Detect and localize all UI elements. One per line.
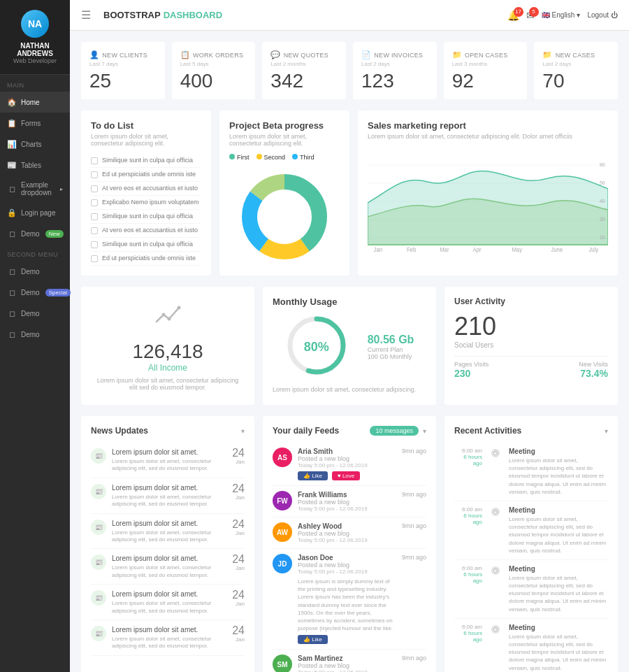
logout-icon: ⏻	[611, 11, 618, 19]
top-navbar: ☰ BOOTSTRAPDASHBOARD 🔔17 ✉5 🇬🇧 English ▾…	[70, 0, 629, 31]
project-beta-card: Project Beta progress Lorem ipsum dolor …	[219, 110, 349, 276]
recent-desc: Lorem ipsum dolor sit amet, consectetur …	[509, 457, 608, 496]
notification-bell-button[interactable]: 🔔17	[507, 10, 519, 21]
sidebar-item-demo2[interactable]: ◻Demo	[0, 303, 70, 324]
activity-count: 210	[454, 312, 608, 341]
logout-button[interactable]: Logout ⏻	[587, 11, 618, 19]
news-item: 📰 Lorem ipsum dolor sit amet. Lorem ipsu…	[91, 514, 245, 550]
sidebar-item-demo3[interactable]: ◻Demo	[0, 324, 70, 345]
stat-open-cases: 📁OPEN CASES Last 3 months 92	[444, 42, 528, 99]
sidebar: NA NATHAN ANDREWS Web Developer MAIN 🏠Ho…	[0, 0, 70, 672]
brand-bootstrap: BOOTSTRAP	[103, 10, 161, 20]
svg-text:30: 30	[600, 215, 605, 222]
recent-time-ago: 6 hours ago	[454, 571, 482, 584]
brand: BOOTSTRAPDASHBOARD	[103, 10, 222, 20]
sidebar-item-tables[interactable]: 📰Tables	[0, 155, 70, 176]
feeds-title: Your daily Feeds	[273, 426, 339, 436]
income-value: 126,418	[132, 341, 203, 363]
language-selector[interactable]: 🇬🇧 English ▾	[542, 11, 581, 19]
sidebar-item-label: Tables	[21, 162, 41, 169]
sidebar-item-example-dropdown[interactable]: ◻Example dropdown▸	[0, 176, 70, 202]
feed-item: AW Ashley Wood Posted a new blog Today 5…	[273, 517, 426, 549]
usage-total: 100 Gb Monthly	[368, 353, 412, 360]
recent-collapse-button[interactable]: ▾	[605, 427, 608, 435]
logout-label: Logout	[587, 11, 609, 19]
svg-text:20: 20	[600, 234, 605, 241]
invoices-icon: 📄	[361, 50, 371, 59]
demo2-icon: ◻	[7, 308, 17, 318]
todo-checkbox[interactable]	[91, 185, 98, 192]
demo-icon: ◻	[7, 229, 17, 238]
bottom-section: News Updates ▾ 📰 Lorem ipsum dolor sit a…	[81, 416, 618, 672]
main-area: ☰ BOOTSTRAPDASHBOARD 🔔17 ✉5 🇬🇧 English ▾…	[70, 0, 629, 672]
pages-visits-label: Pages Visits	[454, 361, 489, 368]
sidebar-item-forms[interactable]: 📋Forms	[0, 113, 70, 134]
heart-button[interactable]: ♥ Love	[332, 471, 360, 480]
workorders-icon: 📋	[180, 50, 190, 59]
demo-special-icon: ◻	[7, 287, 17, 297]
todo-checkbox[interactable]	[91, 241, 98, 248]
stats-row: 👤NEW CLIENTS Last 7 days 25 📋WORK ORDERS…	[81, 42, 618, 99]
feed-avatar: AS	[273, 448, 292, 467]
todo-item: Ed ut perspiciatis unde omnis iste	[91, 252, 201, 266]
feed-item: AS Aria Smith Posted a new blog Today 5:…	[273, 443, 426, 486]
hamburger-icon[interactable]: ☰	[81, 8, 91, 22]
quotes-icon: 💬	[270, 50, 280, 59]
news-collapse-button[interactable]: ▾	[241, 427, 245, 435]
like-button[interactable]: 👍 Like	[298, 635, 328, 644]
feeds-badge[interactable]: 10 messages	[370, 426, 419, 436]
todo-checkbox[interactable]	[91, 157, 98, 164]
todo-item: Ed ut perspiciatis unde omnis iste	[91, 168, 201, 182]
news-icon: 📰	[91, 590, 106, 606]
todo-checkbox[interactable]	[91, 199, 98, 206]
todo-checkbox[interactable]	[91, 171, 98, 178]
clock-icon	[493, 509, 498, 515]
todo-card: To do List Lorem ipsum dolor sit amet, c…	[81, 110, 211, 276]
recent-item: 6:00 am 6 hours ago Meeting Lorem ipsum …	[454, 443, 608, 501]
tables-icon: 📰	[7, 160, 17, 170]
news-icon: 📰	[91, 555, 106, 570]
sidebar-item-demo1[interactable]: ◻Demo	[0, 261, 70, 282]
sales-subtitle: Lorem ipsum dolor sit amet, consectetur …	[368, 133, 608, 140]
sidebar-item-home[interactable]: 🏠Home	[0, 92, 70, 113]
todo-checkbox[interactable]	[91, 227, 98, 234]
sidebar-item-demo-new[interactable]: ◻DemoNew	[0, 223, 70, 244]
stat-new-invoices: 📄NEW INVOICES Last 2 days 123	[353, 42, 437, 99]
income-card: 126,418 All Income Lorem ipsum dolor sit…	[81, 287, 254, 405]
feeds-collapse-button[interactable]: ▾	[423, 427, 426, 435]
pages-visits-value: 230	[454, 368, 489, 379]
like-button[interactable]: 👍 Like	[298, 471, 328, 480]
sidebar-item-label: Demo	[21, 268, 40, 276]
news-item: 📰 Lorem ipsum dolor sit amet. Lorem ipsu…	[91, 585, 245, 620]
new-visits-label: New Visits	[579, 361, 608, 368]
feed-name: Sam Martinez	[298, 655, 396, 662]
activity-title: User Activity	[454, 296, 608, 306]
recent-time: 6:00 am	[454, 624, 482, 630]
sidebar-item-demo-special[interactable]: ◻DemoSpecial	[0, 282, 70, 303]
feed-time: 9mn ago	[402, 448, 426, 480]
legend-second: Second	[256, 154, 286, 161]
news-header: News Updates ▾	[91, 426, 245, 436]
recent-time-ago: 6 hours ago	[454, 454, 482, 466]
new-visits-value: 73.4%	[579, 368, 608, 379]
todo-item: At vero eos et accusantius et iusto	[91, 224, 201, 238]
stat-new-clients: 👤NEW CLIENTS Last 7 days 25	[81, 42, 165, 99]
svg-text:50: 50	[600, 179, 605, 186]
todo-checkbox[interactable]	[91, 213, 98, 220]
recent-event: Meeting	[509, 624, 608, 631]
recent-item: 6:00 am 6 hours ago Meeting Lorem ipsum …	[454, 560, 608, 619]
message-button[interactable]: ✉5	[526, 10, 535, 21]
todo-checkbox[interactable]	[91, 255, 98, 262]
mid-section: To do List Lorem ipsum dolor sit amet, c…	[81, 110, 618, 276]
feed-time: 9mn ago	[402, 491, 426, 512]
feed-time: 9mn ago	[402, 655, 426, 672]
sidebar-username: NATHAN ANDREWS	[7, 42, 63, 57]
svg-point-4	[262, 194, 307, 239]
donut-chart-wrapper	[229, 168, 340, 266]
sidebar-item-label: Demo	[21, 310, 40, 317]
sidebar-item-login[interactable]: 🔒Login page	[0, 202, 70, 223]
sidebar-item-charts[interactable]: 📊Charts	[0, 134, 70, 155]
usage-ring: 80%	[285, 314, 348, 379]
sidebar-second-label: SECOND MENU	[0, 244, 70, 261]
svg-point-22	[162, 313, 166, 317]
